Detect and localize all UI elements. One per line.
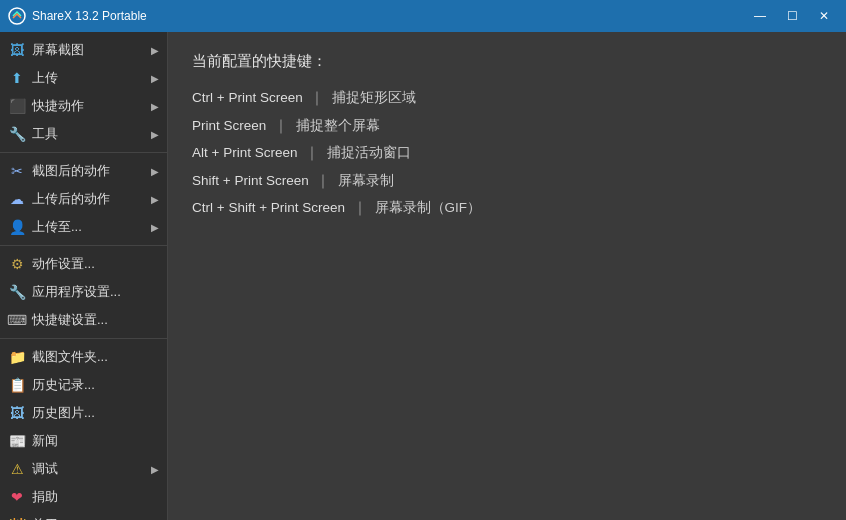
- shortcut-key: Print Screen: [192, 118, 266, 133]
- app-logo: [8, 7, 26, 25]
- sidebar-label-quick-actions: 快捷动作: [32, 97, 84, 115]
- shortcut-description: 屏幕录制（GIF）: [375, 200, 482, 215]
- shortcut-item: Print Screen ｜ 捕捉整个屏幕: [192, 115, 822, 137]
- sidebar-item-upload-to[interactable]: 👤上传至...▶: [0, 213, 167, 241]
- left-panel: 🖼屏幕截图▶⬆上传▶⬛快捷动作▶🔧工具▶✂截图后的动作▶☁上传后的动作▶👤上传至…: [0, 32, 168, 520]
- submenu-arrow-icon: ▶: [151, 194, 159, 205]
- shortcut-key: Shift + Print Screen: [192, 173, 309, 188]
- sidebar-label-upload-to: 上传至...: [32, 218, 82, 236]
- sidebar-label-hotkey-settings: 快捷键设置...: [32, 311, 108, 329]
- shortcut-description: 捕捉矩形区域: [332, 90, 416, 105]
- sidebar-label-after-capture: 截图后的动作: [32, 162, 110, 180]
- sidebar-item-news[interactable]: 📰新闻: [0, 427, 167, 455]
- sidebar-item-after-capture[interactable]: ✂截图后的动作▶: [0, 157, 167, 185]
- submenu-arrow-icon: ▶: [151, 166, 159, 177]
- content-area: 当前配置的快捷键： Ctrl + Print Screen ｜ 捕捉矩形区域Pr…: [168, 32, 846, 520]
- app-settings-icon: 🔧: [8, 283, 26, 301]
- content-title: 当前配置的快捷键：: [192, 52, 822, 71]
- sidebar-label-history-images: 历史图片...: [32, 404, 95, 422]
- title-bar: ShareX 13.2 Portable — ☐ ✕: [0, 0, 846, 32]
- sidebar-label-after-upload: 上传后的动作: [32, 190, 110, 208]
- about-icon: 👑: [8, 516, 26, 520]
- upload-to-icon: 👤: [8, 218, 26, 236]
- sidebar-item-screenshot-folder[interactable]: 📁截图文件夹...: [0, 343, 167, 371]
- upload-icon: ⬆: [8, 69, 26, 87]
- menu-separator: [0, 245, 167, 246]
- shortcut-description: 捕捉整个屏幕: [296, 118, 380, 133]
- shortcut-item: Ctrl + Print Screen ｜ 捕捉矩形区域: [192, 87, 822, 109]
- history-icon: 📋: [8, 376, 26, 394]
- menu-separator: [0, 338, 167, 339]
- after-upload-icon: ☁: [8, 190, 26, 208]
- shortcut-separator: ｜: [307, 90, 329, 105]
- window-controls: — ☐ ✕: [746, 5, 838, 27]
- shortcuts-list: Ctrl + Print Screen ｜ 捕捉矩形区域Print Screen…: [192, 87, 822, 219]
- sidebar-label-news: 新闻: [32, 432, 58, 450]
- sidebar-item-action-settings[interactable]: ⚙动作设置...: [0, 250, 167, 278]
- sidebar-item-quick-actions[interactable]: ⬛快捷动作▶: [0, 92, 167, 120]
- sidebar-item-about[interactable]: 👑关于: [0, 511, 167, 520]
- shortcut-description: 捕捉活动窗口: [327, 145, 411, 160]
- action-settings-icon: ⚙: [8, 255, 26, 273]
- sidebar-label-app-settings: 应用程序设置...: [32, 283, 121, 301]
- sidebar-label-upload: 上传: [32, 69, 58, 87]
- shortcut-separator: ｜: [270, 118, 292, 133]
- debug-icon: ⚠: [8, 460, 26, 478]
- submenu-arrow-icon: ▶: [151, 45, 159, 56]
- sidebar-label-screenshot: 屏幕截图: [32, 41, 84, 59]
- shortcut-separator: ｜: [349, 200, 371, 215]
- sidebar-label-about: 关于: [32, 516, 58, 520]
- sidebar-item-upload[interactable]: ⬆上传▶: [0, 64, 167, 92]
- shortcut-item: Alt + Print Screen ｜ 捕捉活动窗口: [192, 142, 822, 164]
- close-button[interactable]: ✕: [810, 5, 838, 27]
- sidebar-item-debug[interactable]: ⚠调试▶: [0, 455, 167, 483]
- submenu-arrow-icon: ▶: [151, 129, 159, 140]
- maximize-button[interactable]: ☐: [778, 5, 806, 27]
- sidebar-item-donate[interactable]: ❤捐助: [0, 483, 167, 511]
- after-capture-icon: ✂: [8, 162, 26, 180]
- sidebar-item-hotkey-settings[interactable]: ⌨快捷键设置...: [0, 306, 167, 334]
- sidebar-label-action-settings: 动作设置...: [32, 255, 95, 273]
- shortcut-key: Alt + Print Screen: [192, 145, 297, 160]
- menu-separator: [0, 152, 167, 153]
- news-icon: 📰: [8, 432, 26, 450]
- sidebar-item-screenshot[interactable]: 🖼屏幕截图▶: [0, 36, 167, 64]
- sidebar-label-screenshot-folder: 截图文件夹...: [32, 348, 108, 366]
- sidebar-item-tools[interactable]: 🔧工具▶: [0, 120, 167, 148]
- screenshot-folder-icon: 📁: [8, 348, 26, 366]
- shortcut-key: Ctrl + Print Screen: [192, 90, 303, 105]
- submenu-arrow-icon: ▶: [151, 101, 159, 112]
- sidebar-item-after-upload[interactable]: ☁上传后的动作▶: [0, 185, 167, 213]
- sidebar: 🖼屏幕截图▶⬆上传▶⬛快捷动作▶🔧工具▶✂截图后的动作▶☁上传后的动作▶👤上传至…: [0, 32, 168, 520]
- hotkey-settings-icon: ⌨: [8, 311, 26, 329]
- shortcut-item: Ctrl + Shift + Print Screen ｜ 屏幕录制（GIF）: [192, 197, 822, 219]
- sidebar-item-history[interactable]: 📋历史记录...: [0, 371, 167, 399]
- shortcut-item: Shift + Print Screen ｜ 屏幕录制: [192, 170, 822, 192]
- sidebar-label-debug: 调试: [32, 460, 58, 478]
- shortcut-key: Ctrl + Shift + Print Screen: [192, 200, 345, 215]
- quick-actions-icon: ⬛: [8, 97, 26, 115]
- history-images-icon: 🖼: [8, 404, 26, 422]
- window-title: ShareX 13.2 Portable: [32, 9, 746, 23]
- tools-icon: 🔧: [8, 125, 26, 143]
- minimize-button[interactable]: —: [746, 5, 774, 27]
- donate-icon: ❤: [8, 488, 26, 506]
- sidebar-label-history: 历史记录...: [32, 376, 95, 394]
- shortcut-separator: ｜: [301, 145, 323, 160]
- sidebar-label-donate: 捐助: [32, 488, 58, 506]
- sidebar-label-tools: 工具: [32, 125, 58, 143]
- screenshot-icon: 🖼: [8, 41, 26, 59]
- submenu-arrow-icon: ▶: [151, 222, 159, 233]
- shortcut-separator: ｜: [313, 173, 335, 188]
- submenu-arrow-icon: ▶: [151, 73, 159, 84]
- sidebar-item-history-images[interactable]: 🖼历史图片...: [0, 399, 167, 427]
- submenu-arrow-icon: ▶: [151, 464, 159, 475]
- shortcut-description: 屏幕录制: [338, 173, 394, 188]
- svg-point-0: [9, 8, 25, 24]
- sidebar-item-app-settings[interactable]: 🔧应用程序设置...: [0, 278, 167, 306]
- main-layout: 🖼屏幕截图▶⬆上传▶⬛快捷动作▶🔧工具▶✂截图后的动作▶☁上传后的动作▶👤上传至…: [0, 32, 846, 520]
